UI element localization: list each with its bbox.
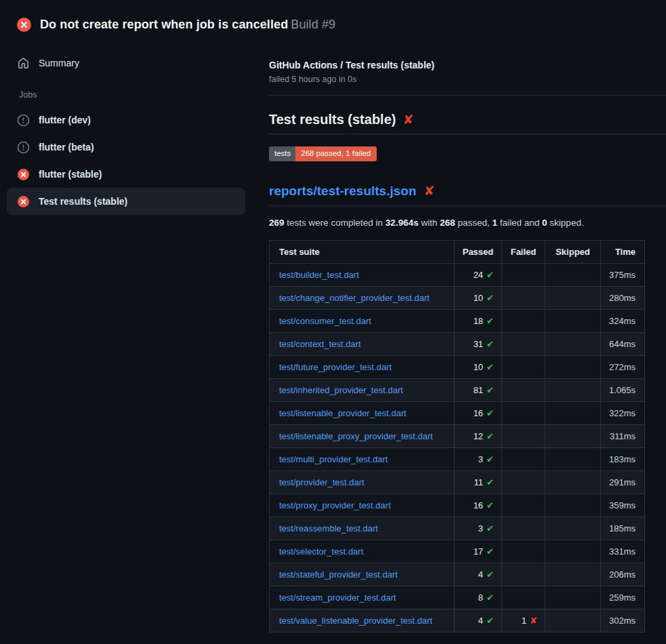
time-cell: 1.065s <box>601 378 645 401</box>
table-row: test/reassemble_test.dart3✔185ms <box>270 517 645 540</box>
job-label: Test results (stable) <box>39 196 127 207</box>
check-icon: ✔ <box>486 293 494 303</box>
suite-cell: test/selector_test.dart <box>270 540 455 563</box>
skipped-cell <box>545 309 601 332</box>
time-cell: 302ms <box>601 609 645 632</box>
suite-cell: test/value_listenable_provider_test.dart <box>270 609 455 632</box>
sidebar-item-flutter-stable[interactable]: flutter (stable) <box>7 161 245 188</box>
skipped-cell <box>545 540 601 563</box>
skipped-cell <box>545 332 601 355</box>
suite-link[interactable]: test/stateful_provider_test.dart <box>279 569 398 580</box>
suite-link[interactable]: test/proxy_provider_test.dart <box>279 500 391 510</box>
suite-link[interactable]: test/future_provider_test.dart <box>279 362 392 372</box>
sidebar-item-summary[interactable]: Summary <box>7 49 245 77</box>
time-cell: 280ms <box>601 286 645 309</box>
suite-link[interactable]: test/reassemble_test.dart <box>279 523 378 534</box>
failed-cell <box>502 586 545 609</box>
table-row: test/future_provider_test.dart10✔272ms <box>270 355 645 378</box>
check-icon: ✔ <box>486 316 494 326</box>
failed-cell <box>502 517 545 540</box>
divider <box>269 95 666 96</box>
suite-link[interactable]: test/inherited_provider_test.dart <box>279 385 403 395</box>
table-row: test/provider_test.dart11✔291ms <box>270 470 645 494</box>
table-row: test/consumer_test.dart18✔324ms <box>270 309 645 332</box>
sidebar-item-test-results-stable[interactable]: Test results (stable) <box>7 188 245 215</box>
sidebar-item-flutter-beta[interactable]: flutter (beta) <box>7 134 245 161</box>
table-row: test/proxy_provider_test.dart16✔359ms <box>270 494 645 517</box>
suite-link[interactable]: test/listenable_provider_test.dart <box>279 408 407 418</box>
suite-link[interactable]: test/context_test.dart <box>279 339 361 349</box>
suite-cell: test/listenable_proxy_provider_test.dart <box>270 424 455 447</box>
suite-link[interactable]: test/stream_provider_test.dart <box>279 592 396 603</box>
total-count: 269 <box>269 218 285 228</box>
time-cell: 311ms <box>601 424 645 447</box>
time-cell: 644ms <box>601 332 645 355</box>
suite-link[interactable]: test/selector_test.dart <box>279 546 363 557</box>
col-test-suite: Test suite <box>270 240 455 263</box>
failed-cell <box>502 401 545 424</box>
suite-cell: test/stateful_provider_test.dart <box>270 563 455 586</box>
sidebar: Summary Jobs flutter (dev) flutter (beta… <box>7 38 245 215</box>
suite-link[interactable]: test/multi_provider_test.dart <box>279 454 388 464</box>
workflow-breadcrumb: GitHub Actions / Test results (stable) <box>269 60 666 71</box>
suite-link[interactable]: test/consumer_test.dart <box>279 316 371 326</box>
time-cell: 272ms <box>601 355 645 378</box>
suite-cell: test/provider_test.dart <box>270 470 455 494</box>
skipped-cell <box>545 263 601 286</box>
build-title-text: Do not create report when job is cancell… <box>40 18 288 31</box>
check-icon: ✔ <box>486 616 494 626</box>
failed-cross-icon: ✘ <box>402 113 413 126</box>
skipped-cell <box>545 586 601 609</box>
check-icon: ✔ <box>486 339 494 349</box>
jobs-section-label: Jobs <box>19 90 245 100</box>
failed-count: 1 <box>493 218 498 228</box>
failed-cell <box>502 378 545 401</box>
report-file-link[interactable]: reports/test-results.json <box>269 184 417 199</box>
sidebar-item-flutter-dev[interactable]: flutter (dev) <box>7 106 245 134</box>
failed-cell <box>502 424 545 447</box>
job-label: flutter (dev) <box>39 115 91 125</box>
skipped-cell <box>545 470 601 494</box>
time-cell: 324ms <box>601 309 645 332</box>
skipped-cell <box>545 378 601 401</box>
passed-cell: 4✔ <box>455 609 502 632</box>
col-failed: Failed <box>502 240 545 263</box>
failed-icon <box>18 196 29 207</box>
passed-cell: 17✔ <box>455 540 502 563</box>
suite-link[interactable]: test/change_notifier_provider_test.dart <box>279 293 430 303</box>
suite-cell: test/inherited_provider_test.dart <box>270 378 455 401</box>
table-row: test/inherited_provider_test.dart81✔1.06… <box>270 378 645 401</box>
suite-cell: test/multi_provider_test.dart <box>270 447 455 470</box>
skipped-cell <box>545 494 601 517</box>
passed-cell: 24✔ <box>455 263 502 286</box>
check-icon: ✔ <box>486 546 494 557</box>
job-label: flutter (beta) <box>39 142 94 153</box>
table-row: test/builder_test.dart24✔375ms <box>270 263 645 286</box>
table-row: test/listenable_proxy_provider_test.dart… <box>270 424 645 447</box>
skipped-cell <box>545 286 601 309</box>
skipped-cell <box>545 447 601 470</box>
failed-cell <box>502 470 545 494</box>
check-icon: ✔ <box>486 569 494 580</box>
check-icon: ✔ <box>486 523 494 534</box>
badge-value: 268 passed, 1 failed <box>295 146 377 161</box>
passed-count: 268 <box>440 218 455 228</box>
content: Summary Jobs flutter (dev) flutter (beta… <box>0 38 666 632</box>
check-icon: ✔ <box>486 270 494 280</box>
section-heading: Test results (stable) ✘ <box>269 112 666 134</box>
suite-link[interactable]: test/provider_test.dart <box>279 477 365 487</box>
cancelled-icon <box>18 115 29 126</box>
suite-link[interactable]: test/listenable_proxy_provider_test.dart <box>279 431 433 441</box>
tests-status-badge: tests 268 passed, 1 failed <box>269 146 377 161</box>
suite-link[interactable]: test/value_listenable_provider_test.dart <box>279 616 432 626</box>
check-icon: ✔ <box>486 408 494 418</box>
time-cell: 359ms <box>601 494 645 517</box>
passed-cell: 16✔ <box>455 401 502 424</box>
suite-cell: test/reassemble_test.dart <box>270 517 455 540</box>
main-panel: GitHub Actions / Test results (stable) f… <box>245 38 666 632</box>
passed-cell: 81✔ <box>455 378 502 401</box>
suite-link[interactable]: test/builder_test.dart <box>279 270 359 280</box>
skipped-cell <box>545 517 601 540</box>
time-cell: 183ms <box>601 447 645 470</box>
failed-cell <box>502 309 545 332</box>
